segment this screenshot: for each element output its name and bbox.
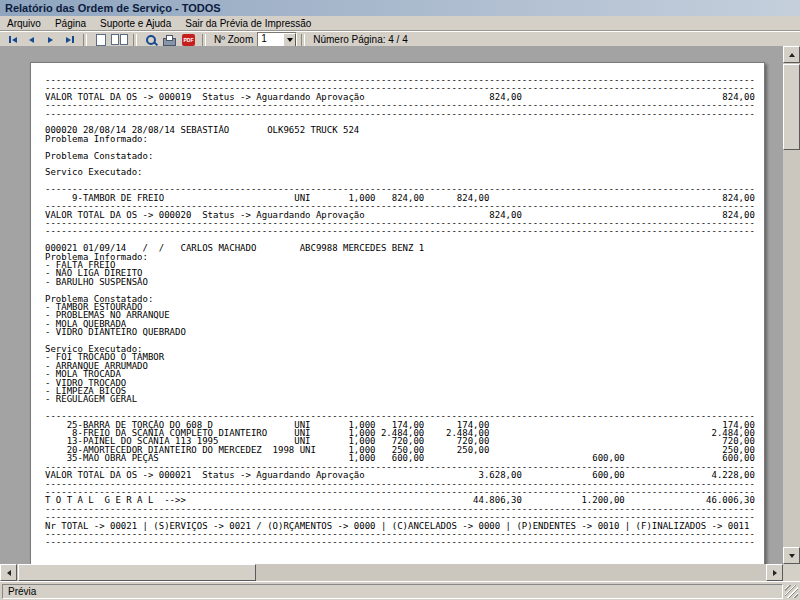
magnifier-icon	[146, 35, 156, 45]
previous-page-button[interactable]	[22, 33, 41, 47]
menu-item-sair-da-previa[interactable]: Sair da Prévia de Impressão	[178, 18, 318, 29]
horizontal-scrollbar[interactable]	[0, 564, 783, 581]
pdf-icon: PDF	[182, 34, 195, 46]
status-bar: Prévia	[0, 581, 800, 600]
zoom-button[interactable]	[141, 33, 160, 47]
next-page-button[interactable]	[41, 33, 60, 47]
next-page-icon	[48, 37, 53, 43]
first-page-button[interactable]	[3, 33, 22, 47]
single-page-icon	[96, 34, 106, 46]
status-text: Prévia	[8, 586, 36, 597]
status-panel: Prévia	[2, 584, 783, 599]
toolbar-separator	[83, 34, 87, 46]
scroll-left-button[interactable]	[0, 564, 17, 581]
page-number-label: Número Página: 4 / 4	[313, 34, 408, 45]
vertical-scrollbar[interactable]	[783, 46, 800, 564]
toolbar-separator	[301, 34, 305, 46]
scroll-right-button[interactable]	[766, 564, 783, 581]
toolbar-separator	[202, 34, 206, 46]
menu-item-pagina[interactable]: Página	[48, 18, 93, 29]
scroll-left-arrow-icon	[7, 570, 11, 576]
scroll-up-arrow-icon	[789, 53, 795, 57]
menu-item-suporte-e-ajuda[interactable]: Suporte e Ajuda	[93, 18, 178, 29]
export-pdf-button[interactable]: PDF	[179, 33, 198, 47]
printer-icon	[163, 38, 176, 46]
horizontal-scroll-thumb[interactable]	[18, 564, 256, 581]
last-page-button[interactable]	[60, 33, 79, 47]
two-page-view-button[interactable]	[110, 33, 129, 47]
chevron-down-icon	[287, 38, 293, 42]
two-page-icon	[111, 34, 128, 45]
single-page-view-button[interactable]	[91, 33, 110, 47]
report-text: ----------------------------------------…	[31, 63, 764, 547]
scroll-down-button[interactable]	[783, 547, 800, 564]
resize-grip-icon[interactable]	[785, 585, 798, 598]
title-bar: Relatório das Ordem de Serviço - TODOS	[0, 0, 800, 16]
menu-bar: Arquivo Página Suporte e Ajuda Sair da P…	[0, 16, 800, 31]
application-window: Relatório das Ordem de Serviço - TODOS A…	[0, 0, 800, 600]
scroll-down-arrow-icon	[789, 554, 795, 558]
print-button[interactable]	[160, 33, 179, 47]
first-page-icon	[9, 36, 11, 43]
report-page: ----------------------------------------…	[30, 62, 765, 565]
scrollbar-corner	[783, 564, 800, 581]
toolbar-separator	[133, 34, 137, 46]
scroll-right-arrow-icon	[773, 570, 777, 576]
vertical-scroll-thumb[interactable]	[783, 64, 800, 150]
last-page-icon	[66, 37, 71, 43]
zoom-combobox-value: 1	[258, 33, 283, 47]
window-title: Relatório das Ordem de Serviço - TODOS	[5, 2, 221, 14]
preview-area: ----------------------------------------…	[0, 46, 800, 581]
zoom-label: Nº Zoom	[214, 34, 253, 45]
zoom-combobox-dropdown-button[interactable]	[283, 33, 296, 47]
scroll-up-button[interactable]	[783, 46, 800, 63]
menu-item-arquivo[interactable]: Arquivo	[0, 18, 48, 29]
previous-page-icon	[29, 37, 34, 43]
